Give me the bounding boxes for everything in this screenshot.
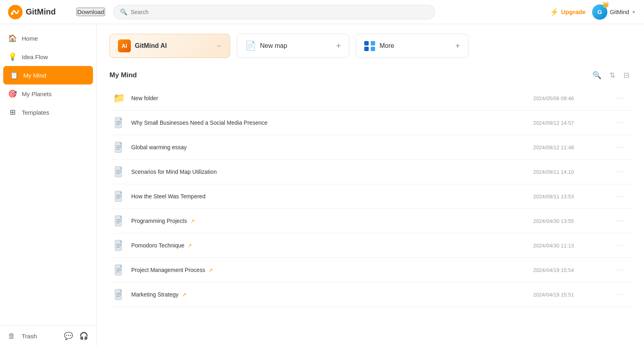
upgrade-button[interactable]: ⚡ Upgrade (550, 8, 586, 16)
chat-icon[interactable]: 💬 (64, 332, 73, 340)
crown-icon: 👑 (602, 1, 609, 8)
file-more-button[interactable]: ··· (614, 142, 628, 152)
quick-actions: AI GitMind AI → 📄 New map + (109, 34, 631, 58)
sidebar: 🏠 Home 💡 Idea Flow 📋 My Mind 🎯 My Planet… (0, 24, 97, 346)
more-left: More (364, 41, 394, 51)
share-icon: ↗ (188, 243, 192, 249)
file-date: 2024/09/11 14:10 (533, 169, 614, 175)
logo[interactable]: GitMind (8, 5, 68, 19)
sidebar-item-idea-flow-label: Idea Flow (22, 54, 48, 60)
table-row[interactable]: 📁New folder2024/05/06 09:46··· (109, 86, 631, 111)
file-more-button[interactable]: ··· (614, 117, 628, 128)
table-row[interactable]: Programming Projects↗2024/04/30 13:55··· (109, 209, 631, 233)
file-name: How the Steel Was Tempered (131, 193, 533, 200)
file-name: Global warming essay (131, 144, 533, 150)
avatar: G 👑 (592, 4, 607, 20)
sidebar-nav: 🏠 Home 💡 Idea Flow 📋 My Mind 🎯 My Planet… (0, 24, 96, 325)
sidebar-item-templates-label: Templates (22, 109, 49, 116)
logo-text: GitMind (26, 7, 56, 16)
file-name: Project Management Process↗ (131, 267, 533, 273)
sidebar-item-templates[interactable]: ⊞ Templates (0, 103, 96, 122)
doc-icon (113, 264, 126, 276)
file-more-button[interactable]: ··· (614, 289, 628, 300)
sidebar-item-idea-flow[interactable]: 💡 Idea Flow (0, 47, 96, 66)
topbar: GitMind Download 🔍 ⚡ Upgrade G 👑 GitMind… (0, 0, 644, 24)
view-toggle-icon[interactable]: ⊟ (622, 69, 631, 81)
sort-icon[interactable]: ⇅ (608, 69, 617, 81)
upgrade-label: Upgrade (561, 8, 586, 15)
new-map-card[interactable]: 📄 New map + (237, 34, 349, 58)
gitmind-ai-card[interactable]: AI GitMind AI → (109, 34, 230, 58)
file-date: 2024/04/30 11:13 (533, 243, 614, 249)
doc-icon (113, 214, 126, 227)
table-row[interactable]: Why Small Businesses Need a Social Media… (109, 111, 631, 135)
topbar-right: ⚡ Upgrade G 👑 GitMind ▼ (550, 4, 636, 20)
user-menu[interactable]: G 👑 GitMind ▼ (592, 4, 636, 20)
folder-icon: 📁 (113, 92, 126, 105)
file-date: 2024/04/19 15:54 (533, 267, 614, 273)
file-more-button[interactable]: ··· (614, 191, 628, 202)
file-list: 📁New folder2024/05/06 09:46···Why Small … (109, 86, 631, 307)
username-label: GitMind (610, 9, 629, 15)
file-date: 2024/09/12 11:48 (533, 144, 614, 150)
home-icon: 🏠 (8, 34, 17, 43)
file-more-button[interactable]: ··· (614, 167, 628, 177)
download-button[interactable]: Download (76, 8, 105, 16)
logo-icon (8, 5, 23, 19)
file-more-button[interactable]: ··· (614, 93, 628, 103)
file-name: Marketing Strategy↗ (131, 291, 533, 298)
search-input[interactable] (131, 9, 428, 15)
my-mind-icon: 📋 (10, 71, 19, 80)
more-grid-icon (364, 41, 376, 51)
table-row[interactable]: Scenarios for Mind Map Utilization2024/0… (109, 160, 631, 184)
file-name: Pomodoro Technique↗ (131, 242, 533, 249)
share-icon: ↗ (208, 267, 213, 273)
headset-icon[interactable]: 🎧 (79, 332, 88, 340)
trash-label[interactable]: Trash (22, 333, 58, 340)
new-map-label: New map (260, 42, 287, 49)
new-map-left: 📄 New map (245, 41, 287, 51)
file-name: Scenarios for Mind Map Utilization (131, 169, 533, 175)
section-header: My Mind 🔍 ⇅ ⊟ (109, 69, 631, 81)
main-layout: 🏠 Home 💡 Idea Flow 📋 My Mind 🎯 My Planet… (0, 24, 644, 346)
trash-icon[interactable]: 🗑 (8, 332, 15, 340)
section-title: My Mind (109, 71, 137, 79)
idea-flow-icon: 💡 (8, 52, 17, 61)
ai-card-arrow-icon: → (215, 42, 222, 49)
sidebar-item-my-mind-label: My Mind (23, 72, 46, 79)
new-map-plus-icon: + (336, 41, 341, 51)
more-card[interactable]: More + (356, 34, 469, 58)
sidebar-item-home[interactable]: 🏠 Home (0, 29, 96, 47)
templates-icon: ⊞ (8, 108, 17, 117)
doc-icon (113, 288, 126, 301)
sidebar-item-my-mind[interactable]: 📋 My Mind (3, 66, 93, 84)
table-row[interactable]: Project Management Process↗2024/04/19 15… (109, 258, 631, 282)
search-files-icon[interactable]: 🔍 (591, 69, 603, 81)
upgrade-icon: ⚡ (550, 8, 559, 16)
file-more-button[interactable]: ··· (614, 265, 628, 275)
sidebar-item-my-planets[interactable]: 🎯 My Planets (0, 84, 96, 103)
sidebar-item-my-planets-label: My Planets (22, 91, 52, 97)
avatar-initial: G (597, 8, 602, 15)
file-name: New folder (131, 95, 533, 101)
table-row[interactable]: Global warming essay2024/09/12 11:48··· (109, 135, 631, 160)
doc-icon (113, 239, 126, 252)
doc-icon (113, 116, 126, 129)
search-icon: 🔍 (120, 8, 128, 16)
section-actions: 🔍 ⇅ ⊟ (591, 69, 631, 81)
table-row[interactable]: How the Steel Was Tempered2024/09/11 13:… (109, 184, 631, 209)
ai-card-left: AI GitMind AI (118, 39, 167, 52)
file-date: 2024/04/30 13:55 (533, 218, 614, 224)
file-more-button[interactable]: ··· (614, 240, 628, 251)
doc-icon (113, 165, 126, 178)
table-row[interactable]: Marketing Strategy↗2024/04/19 15:51··· (109, 282, 631, 307)
file-more-button[interactable]: ··· (614, 216, 628, 226)
chevron-down-icon: ▼ (632, 10, 636, 14)
file-date: 2024/05/06 09:46 (533, 95, 614, 101)
doc-icon (113, 141, 126, 154)
svg-point-1 (11, 12, 13, 15)
file-date: 2024/09/11 13:53 (533, 194, 614, 200)
table-row[interactable]: Pomodoro Technique↗2024/04/30 11:13··· (109, 233, 631, 258)
search-bar[interactable]: 🔍 (113, 5, 435, 19)
doc-icon (113, 190, 126, 203)
